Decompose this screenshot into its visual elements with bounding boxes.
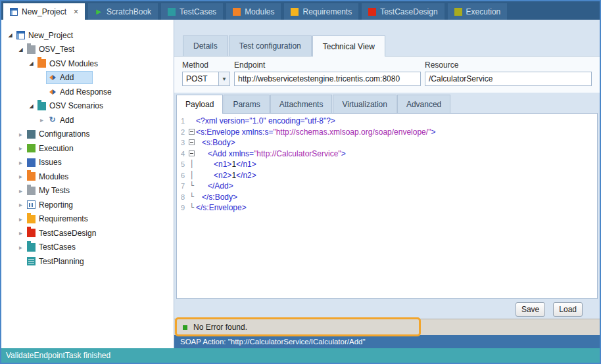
doc-tab-new_project[interactable]: New_Project× bbox=[3, 3, 85, 20]
folder-orange-icon bbox=[37, 59, 46, 68]
tab-close-icon[interactable]: × bbox=[74, 9, 78, 15]
tree-item-label: OSV_Test bbox=[39, 45, 74, 54]
fold-minus-icon[interactable] bbox=[189, 129, 195, 135]
chevron-down-icon[interactable]: ▼ bbox=[218, 72, 229, 85]
save-button[interactable]: Save bbox=[516, 302, 545, 317]
execution-green-icon bbox=[27, 144, 36, 152]
doc-tab-scratchbook[interactable]: ▶ScratchBook bbox=[88, 3, 158, 20]
load-button[interactable]: Load bbox=[553, 302, 583, 317]
expand-arrow-icon[interactable]: ▸ bbox=[16, 131, 26, 138]
doc-tab-testcasedesign[interactable]: TestCaseDesign bbox=[362, 3, 444, 20]
folder-teal-icon bbox=[27, 243, 36, 252]
collapse-arrow-icon[interactable]: ◢ bbox=[26, 103, 36, 109]
tree-item-modules[interactable]: ▸Modules bbox=[1, 170, 174, 184]
doc-tab-testcases[interactable]: TestCases bbox=[161, 3, 223, 20]
play-icon: ▶ bbox=[95, 8, 103, 16]
module-arrow-right-icon bbox=[53, 75, 56, 80]
method-select[interactable]: POST ▼ bbox=[182, 72, 230, 86]
fold-toggle-icon[interactable] bbox=[187, 148, 196, 160]
expand-arrow-icon[interactable]: ▸ bbox=[16, 187, 26, 194]
code-text: <?xml version="1.0" encoding="utf-8"?> bbox=[196, 116, 335, 127]
project-tree: ◢New_Project◢OSV_Test◢OSV ModulesAddAdd … bbox=[1, 20, 174, 348]
tree-item-add[interactable]: ▸↻Add bbox=[1, 113, 174, 127]
expand-arrow-icon[interactable]: ▸ bbox=[16, 201, 26, 208]
resource-input[interactable] bbox=[425, 72, 592, 86]
requirements-icon bbox=[291, 8, 299, 16]
tree-item-add[interactable]: Add bbox=[1, 71, 174, 85]
line-number: 7 bbox=[177, 181, 187, 192]
payload-tab-virtualization[interactable]: Virtualization bbox=[333, 95, 396, 113]
payload-tab-advanced[interactable]: Advanced bbox=[397, 95, 450, 113]
doc-tab-modules[interactable]: Modules bbox=[226, 3, 281, 20]
expand-arrow-icon[interactable]: ▸ bbox=[16, 159, 26, 166]
fold-minus-icon[interactable] bbox=[189, 150, 195, 156]
line-number: 1 bbox=[177, 116, 187, 127]
tree-item-body: TestPlanning bbox=[26, 256, 88, 267]
expand-arrow-icon[interactable]: ▸ bbox=[16, 145, 26, 152]
doc-tab-requirements[interactable]: Requirements bbox=[284, 3, 358, 20]
view-tab-test-configuration[interactable]: Test configuration bbox=[229, 35, 312, 56]
code-segment: </s:Body> bbox=[202, 193, 237, 202]
tree-item-osv-modules[interactable]: ◢OSV Modules bbox=[1, 57, 174, 71]
soap-action-bar: SOAP Action: "http://CalculatorService/I… bbox=[174, 335, 600, 348]
tree-item-add-response[interactable]: Add Response bbox=[1, 85, 174, 99]
doc-tab-execution[interactable]: Execution bbox=[448, 3, 508, 20]
payload-editor[interactable]: 1<?xml version="1.0" encoding="utf-8"?>2… bbox=[176, 113, 598, 299]
tree-item-issues[interactable]: ▸Issues bbox=[1, 156, 174, 170]
collapse-arrow-icon[interactable]: ◢ bbox=[26, 60, 36, 66]
code-segment: </Add> bbox=[208, 181, 233, 191]
doc-tab-label: Execution bbox=[466, 7, 501, 16]
tree-item-my-tests[interactable]: ▸My Tests bbox=[1, 184, 174, 198]
editor-button-row: Save Load bbox=[176, 300, 598, 318]
resource-field-group: Resource bbox=[425, 60, 592, 86]
collapse-arrow-icon[interactable]: ◢ bbox=[5, 32, 15, 38]
payload-tab-bar: PayloadParamsAttachmentsVirtualizationAd… bbox=[174, 95, 600, 113]
tree-item-new_project[interactable]: ◢New_Project bbox=[1, 28, 174, 43]
code-segment: <n1> bbox=[214, 160, 231, 169]
expand-arrow-icon[interactable]: ▸ bbox=[16, 229, 26, 237]
tree-item-requirements[interactable]: ▸Requirements bbox=[1, 212, 174, 227]
view-tab-technical-view[interactable]: Technical View bbox=[312, 35, 385, 57]
code-text: </Add> bbox=[196, 181, 233, 192]
code-line-8: 8└</s:Body> bbox=[177, 192, 597, 203]
fold-toggle-icon[interactable] bbox=[187, 137, 196, 148]
tree-item-body: ↻Add bbox=[47, 114, 78, 126]
tree-item-reporting[interactable]: ▸Reporting bbox=[1, 198, 174, 212]
expand-arrow-icon[interactable]: ▸ bbox=[37, 116, 47, 124]
endpoint-input[interactable] bbox=[234, 72, 421, 86]
tree-item-osv_test[interactable]: ◢OSV_Test bbox=[1, 43, 174, 57]
doc-tab-label: ScratchBook bbox=[107, 7, 151, 16]
tree-item-body: OSV Modules bbox=[36, 58, 102, 70]
tree-item-body: TestCases bbox=[26, 241, 80, 253]
tree-item-testplanning[interactable]: TestPlanning bbox=[1, 254, 174, 269]
payload-tab-params[interactable]: Params bbox=[224, 95, 269, 113]
line-number: 3 bbox=[177, 137, 187, 148]
issues-blue-icon bbox=[27, 158, 36, 167]
payload-tab-payload[interactable]: Payload bbox=[176, 95, 223, 114]
view-tab-details[interactable]: Details bbox=[183, 35, 228, 56]
fold-guide bbox=[187, 116, 196, 127]
tree-item-label: New_Project bbox=[28, 31, 73, 40]
collapse-arrow-icon[interactable]: ◢ bbox=[16, 47, 26, 53]
code-text: <n1>1</n1> bbox=[196, 159, 256, 170]
tree-item-testcasedesign[interactable]: ▸TestCaseDesign bbox=[1, 226, 174, 240]
tree-item-testcases[interactable]: ▸TestCases bbox=[1, 240, 174, 255]
code-text: <n2>1</n2> bbox=[196, 170, 256, 181]
code-line-2: 2<s:Envelope xmlns:s="http://schemas.xml… bbox=[177, 127, 597, 138]
project-icon bbox=[16, 31, 25, 39]
method-value: POST bbox=[183, 72, 218, 85]
tree-item-body: Execution bbox=[26, 143, 78, 154]
tree-item-configurations[interactable]: ▸Configurations bbox=[1, 127, 174, 142]
tree-item-osv-scenarios[interactable]: ◢OSV Scenarios bbox=[1, 99, 174, 114]
expand-arrow-icon[interactable]: ▸ bbox=[16, 244, 26, 251]
tree-item-label: OSV Scenarios bbox=[49, 101, 103, 110]
fold-toggle-icon[interactable] bbox=[187, 127, 196, 138]
tree-item-label: Issues bbox=[39, 158, 62, 167]
expand-arrow-icon[interactable]: ▸ bbox=[16, 173, 26, 180]
configurations-icon bbox=[27, 130, 36, 139]
payload-tab-attachments[interactable]: Attachments bbox=[270, 95, 333, 113]
fold-minus-icon[interactable] bbox=[189, 139, 195, 145]
tree-item-execution[interactable]: ▸Execution bbox=[1, 141, 174, 156]
view-tab-bar: DetailsTest configurationTechnical View bbox=[174, 35, 600, 56]
expand-arrow-icon[interactable]: ▸ bbox=[16, 216, 26, 223]
